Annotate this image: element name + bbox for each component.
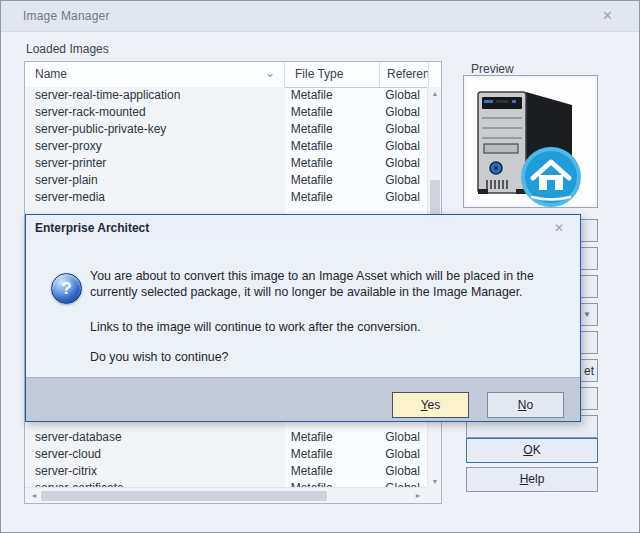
table-row[interactable]: server-media Metafile Global: [25, 189, 427, 206]
cell-reference: Global: [378, 463, 427, 480]
cell-name: server-cloud: [25, 446, 284, 463]
modal-title: Enterprise Architect: [35, 221, 149, 235]
table-row[interactable]: server-rack-mounted Metafile Global: [25, 104, 427, 121]
cell-name: server-media: [25, 189, 284, 206]
cell-reference: Global: [378, 87, 427, 104]
cell-name: server-printer: [25, 155, 284, 172]
cell-reference: Global: [378, 104, 427, 121]
window-titlebar: Image Manager ✕: [1, 1, 639, 32]
ok-button-accel: O: [523, 443, 532, 457]
scroll-right-icon[interactable]: ►: [411, 489, 425, 503]
question-icon: ?: [51, 273, 82, 304]
cell-reference: Global: [378, 189, 427, 206]
preview-image-panel: [463, 75, 598, 208]
cell-reference: Global: [378, 429, 427, 446]
table-row[interactable]: server-proxy Metafile Global: [25, 138, 427, 155]
scroll-left-icon[interactable]: ◄: [27, 489, 41, 503]
cell-reference: Global: [378, 155, 427, 172]
server-home-image: [464, 76, 597, 207]
no-button-label: o: [526, 398, 533, 412]
cell-name: server-proxy: [25, 138, 284, 155]
loaded-images-label: Loaded Images: [26, 42, 109, 56]
table-row[interactable]: server-plain Metafile Global: [25, 172, 427, 189]
yes-button[interactable]: Yes: [392, 392, 469, 418]
table-row[interactable]: server-cloud Metafile Global: [25, 446, 427, 463]
cell-name: server-public-private-key: [25, 121, 284, 138]
cell-reference: Global: [378, 138, 427, 155]
cell-filetype: Metafile: [284, 138, 379, 155]
horizontal-scrollbar[interactable]: ◄ ►: [25, 487, 427, 503]
modal-message-line1: You are about to convert this image to a…: [90, 268, 570, 300]
window-close-icon[interactable]: ✕: [602, 8, 613, 23]
cell-filetype: Metafile: [284, 189, 379, 206]
column-header-filetype-label: File Type: [295, 67, 343, 81]
cell-name: server-plain: [25, 172, 284, 189]
sort-chevron-icon[interactable]: ⌄: [265, 66, 275, 80]
modal-titlebar: Enterprise Architect ✕: [26, 215, 580, 240]
cell-filetype: Metafile: [284, 155, 379, 172]
cell-reference: Global: [378, 121, 427, 138]
cell-reference: Global: [378, 446, 427, 463]
table-row[interactable]: server-citrix Metafile Global: [25, 463, 427, 480]
help-button-label: elp: [528, 472, 544, 486]
modal-body: ? You are about to convert this image to…: [26, 240, 580, 380]
list-header: Name ⌄ File Type Reference: [25, 62, 441, 88]
cell-name: server-database: [25, 429, 284, 446]
window-title: Image Manager: [23, 9, 110, 23]
table-row[interactable]: server-public-private-key Metafile Globa…: [25, 121, 427, 138]
column-header-reference[interactable]: Reference: [380, 62, 429, 87]
column-header-filler: [429, 62, 441, 87]
horizontal-scroll-thumb[interactable]: [41, 491, 327, 501]
side-button-label-fragment: et: [584, 364, 594, 378]
column-header-filetype[interactable]: File Type: [285, 62, 380, 87]
cell-name: server-citrix: [25, 463, 284, 480]
table-row[interactable]: server-printer Metafile Global: [25, 155, 427, 172]
column-header-name[interactable]: Name ⌄: [25, 62, 285, 87]
help-button[interactable]: Help: [466, 467, 598, 492]
column-header-name-label: Name: [35, 67, 67, 81]
enterprise-architect-dialog: Enterprise Architect ✕ ? You are about t…: [25, 214, 581, 422]
modal-message-line3: Do you wish to continue?: [90, 349, 570, 365]
table-row[interactable]: server-certificate Metafile Global: [25, 480, 427, 487]
ok-button-label: K: [533, 443, 541, 457]
cell-filetype: Metafile: [284, 429, 379, 446]
yes-button-accel: Y: [421, 398, 428, 412]
cell-filetype: Metafile: [284, 121, 379, 138]
cell-filetype: Metafile: [284, 172, 379, 189]
scroll-up-icon[interactable]: ▲: [428, 87, 442, 101]
cell-name: server-real-time-application: [25, 87, 284, 104]
cell-filetype: Metafile: [284, 480, 379, 487]
scrollbar-corner: [427, 487, 441, 503]
preview-label: Preview: [471, 62, 514, 76]
cell-name: server-certificate: [25, 480, 284, 487]
cell-filetype: Metafile: [284, 463, 379, 480]
dropdown-arrow-icon: ▼: [583, 310, 591, 319]
cell-filetype: Metafile: [284, 446, 379, 463]
column-header-reference-label: Reference: [387, 67, 429, 81]
modal-message-line2: Links to the image will continue to work…: [90, 319, 570, 335]
no-button[interactable]: No: [487, 392, 564, 418]
ok-button[interactable]: OK: [466, 438, 598, 463]
cell-filetype: Metafile: [284, 87, 379, 104]
cell-reference: Global: [378, 172, 427, 189]
image-manager-dialog: Image Manager ✕ Loaded Images Name ⌄ Fil…: [0, 0, 640, 533]
table-row[interactable]: server-database Metafile Global: [25, 429, 427, 446]
cell-name: server-rack-mounted: [25, 104, 284, 121]
cell-reference: Global: [378, 480, 427, 487]
modal-close-icon[interactable]: ✕: [554, 221, 564, 235]
table-row[interactable]: server-real-time-application Metafile Gl…: [25, 87, 427, 104]
yes-button-label: es: [428, 398, 441, 412]
cell-filetype: Metafile: [284, 104, 379, 121]
